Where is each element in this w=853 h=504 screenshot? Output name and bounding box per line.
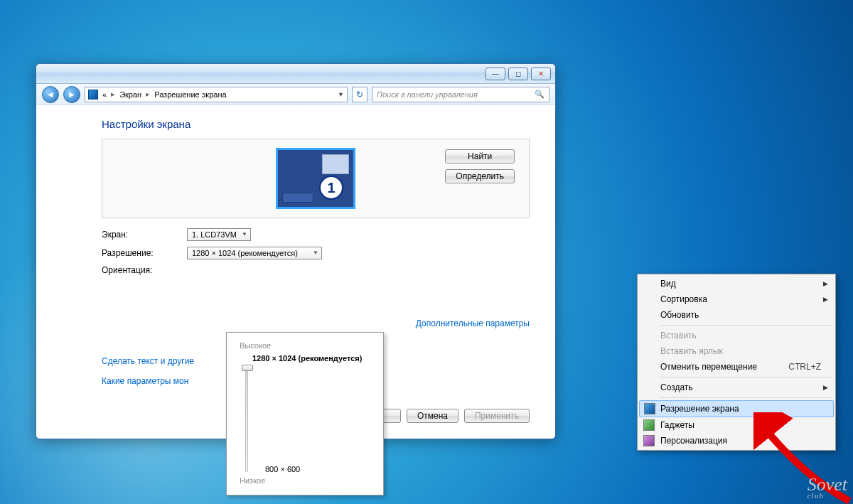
ctx-refresh[interactable]: Обновить (639, 307, 834, 323)
slider-thumb[interactable] (242, 365, 253, 371)
watermark: Sovetclub (808, 474, 847, 500)
resolution-slider-popup: Высокое 1280 × 1024 (рекомендуется) 800 … (226, 332, 384, 495)
search-icon: 🔍 (535, 90, 544, 99)
search-placeholder: Поиск в панели управления (377, 90, 478, 99)
breadcrumb-sep-icon: ▸ (111, 90, 115, 99)
monitor-thumbnail[interactable]: 1 (276, 148, 355, 209)
monitor-taskbar-graphic (282, 193, 313, 203)
apply-button[interactable]: Применить (464, 409, 530, 423)
slider-low-label: Низкое (240, 476, 375, 485)
monitor-number: 1 (319, 176, 343, 200)
slider-high-label: Высокое (240, 341, 375, 350)
resolution-slider[interactable] (245, 365, 248, 472)
search-input[interactable]: Поиск в панели управления 🔍 (372, 87, 549, 102)
personalize-icon (643, 435, 655, 446)
breadcrumb-root: « (102, 90, 107, 99)
close-button[interactable]: ✕ (531, 68, 551, 80)
find-button[interactable]: Найти (445, 149, 515, 163)
cancel-button[interactable]: Отмена (407, 409, 458, 423)
window-titlebar: — ◻ ✕ (36, 64, 555, 84)
ctx-separator (659, 325, 832, 326)
slider-min-value: 800 × 600 (265, 465, 300, 473)
breadcrumb-sep-icon: ▸ (146, 90, 150, 99)
ctx-view[interactable]: Вид (639, 276, 834, 291)
breadcrumb-level2[interactable]: Разрешение экрана (154, 90, 226, 99)
ctx-separator (659, 397, 832, 398)
minimize-button[interactable]: — (485, 68, 505, 80)
orientation-label: Ориентация: (102, 265, 187, 275)
address-dropdown-icon[interactable]: ▼ (338, 91, 344, 98)
identify-button[interactable]: Определить (445, 169, 515, 183)
ctx-paste: Вставить (639, 328, 834, 343)
ctx-undo-shortcut: CTRL+Z (788, 362, 821, 372)
ctx-undo-move[interactable]: Отменить перемещениеCTRL+Z (639, 359, 834, 375)
slider-current-value: 1280 × 1024 (рекомендуется) (252, 354, 375, 363)
ctx-sort[interactable]: Сортировка (639, 291, 834, 307)
ctx-create[interactable]: Создать (639, 380, 834, 395)
explorer-navbar: ◄ ► « ▸ Экран ▸ Разрешение экрана ▼ ↻ По… (36, 84, 555, 105)
address-bar[interactable]: « ▸ Экран ▸ Разрешение экрана ▼ (85, 87, 348, 102)
desktop-context-menu: Вид Сортировка Обновить Вставить Вставит… (637, 274, 836, 451)
page-title: Настройки экрана (102, 118, 530, 130)
ctx-separator (659, 377, 832, 377)
monitor-icon (644, 403, 655, 414)
gadgets-icon (643, 419, 655, 431)
refresh-button[interactable]: ↻ (352, 87, 368, 102)
nav-back-button[interactable]: ◄ (42, 86, 59, 103)
breadcrumb-level1[interactable]: Экран (119, 90, 141, 99)
ctx-gadgets[interactable]: Гаджеты (639, 417, 834, 433)
screen-label: Экран: (102, 230, 187, 240)
maximize-button[interactable]: ◻ (508, 68, 528, 80)
monitor-preview-area: 1 Найти Определить (102, 139, 530, 218)
resolution-dropdown[interactable]: 1280 × 1024 (рекомендуется) (187, 247, 322, 259)
resolution-label: Разрешение: (102, 248, 187, 258)
ctx-personalize[interactable]: Персонализация (639, 433, 834, 449)
text-size-link[interactable]: Сделать текст и другие (102, 356, 194, 366)
advanced-settings-link[interactable]: Дополнительные параметры (416, 318, 530, 328)
which-params-link[interactable]: Какие параметры мон (102, 376, 194, 386)
control-panel-icon (88, 90, 98, 100)
ctx-paste-shortcut: Вставить ярлык (639, 343, 834, 359)
nav-forward-button[interactable]: ► (63, 86, 80, 103)
screen-dropdown[interactable]: 1. LCD73VM (187, 228, 251, 241)
ctx-screen-resolution[interactable]: Разрешение экрана (639, 400, 834, 417)
